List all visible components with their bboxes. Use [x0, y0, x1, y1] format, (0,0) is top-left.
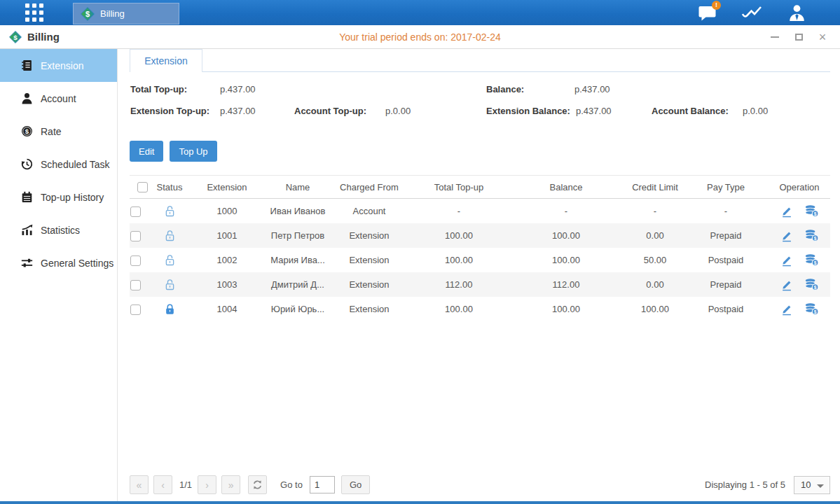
operation-cell: $ [769, 253, 830, 267]
maximize-icon[interactable] [794, 32, 804, 42]
sidebar-item-label: Rate [41, 126, 62, 137]
tab-extension[interactable]: Extension [130, 49, 202, 72]
last-page-button[interactable]: » [221, 475, 240, 494]
extension-balance-label: Extension Balance: [486, 106, 570, 116]
credit-limit-cell: - [627, 206, 683, 216]
svg-text:$: $ [813, 236, 816, 241]
credit-limit-cell: 0.00 [627, 230, 683, 241]
billing-diamond-icon: $ [81, 7, 95, 21]
summary-panel: Total Top-up: p.437.00 Balance: p.437.00… [130, 72, 830, 135]
operation-cell: $ [769, 278, 830, 291]
edit-row-icon[interactable] [780, 230, 793, 242]
sidebar-item-rate[interactable]: $ Rate [0, 115, 117, 148]
edit-row-icon[interactable] [780, 205, 793, 218]
table-row: 1001Петр ПетровExtension100.00100.000.00… [130, 223, 830, 248]
total-topup-cell: 100.00 [413, 255, 505, 265]
sidebar-item-general-settings[interactable]: General Settings [0, 246, 117, 279]
name-cell: Дмитрий Д... [270, 279, 326, 290]
minimize-icon[interactable] [770, 32, 780, 42]
col-total-topup: Total Top-up [413, 182, 505, 192]
svg-text:$: $ [85, 10, 90, 18]
account-balance-label: Account Balance: [652, 106, 729, 116]
sidebar-item-topup-history[interactable]: Top-up History [0, 181, 117, 214]
taskbar-tab-billing[interactable]: $ Billing [73, 3, 179, 24]
extension-balance-value: p.437.00 [576, 106, 612, 116]
topup-row-icon[interactable]: $ [804, 229, 819, 242]
main-content: Extension Total Top-up: p.437.00 Balance… [118, 49, 840, 501]
col-charged-from: Charged From [326, 182, 413, 192]
edit-row-icon[interactable] [780, 254, 793, 267]
charged-from-cell: Extension [326, 279, 413, 290]
sliders-icon [21, 257, 33, 269]
user-account-button[interactable] [787, 4, 806, 22]
edit-button[interactable]: Edit [130, 141, 163, 162]
name-cell: Юрий Юрь... [270, 304, 326, 314]
col-credit-limit: Credit Limit [627, 182, 683, 192]
sidebar-item-scheduled-task[interactable]: Scheduled Task [0, 148, 117, 181]
balance-cell: 112.00 [505, 279, 627, 290]
topup-row-icon[interactable]: $ [804, 253, 819, 267]
sidebar-item-label: Statistics [41, 225, 80, 236]
edit-row-icon[interactable] [780, 279, 793, 291]
tab-bar: Extension [130, 49, 830, 72]
col-pay-type: Pay Type [683, 182, 769, 192]
name-cell: Петр Петров [270, 230, 326, 241]
pay-type-cell: Prepaid [683, 279, 769, 290]
locked-padlock-icon [163, 302, 177, 316]
sidebar-item-account[interactable]: Account [0, 82, 117, 115]
refresh-button[interactable] [248, 475, 267, 494]
displaying-text: Displaying 1 - 5 of 5 [705, 479, 785, 490]
go-button[interactable]: Go [341, 475, 370, 494]
row-checkbox[interactable] [130, 280, 141, 290]
edit-row-icon[interactable] [780, 303, 793, 316]
first-page-button[interactable]: « [130, 475, 149, 494]
credit-limit-cell: 50.00 [627, 255, 683, 265]
unlocked-padlock-icon [163, 253, 177, 267]
total-topup-cell: 100.00 [413, 304, 505, 314]
extension-cell: 1001 [184, 230, 270, 241]
next-page-button[interactable]: › [198, 475, 216, 494]
window-bottom-border [0, 501, 840, 504]
window-title: Billing [27, 31, 60, 43]
sidebar-item-extension[interactable]: Extension [0, 49, 117, 82]
account-balance-value: p.0.00 [743, 106, 768, 116]
topup-row-icon[interactable]: $ [804, 204, 819, 218]
goto-page-input[interactable] [310, 476, 335, 493]
extension-cell: 1003 [184, 279, 270, 290]
table-row: 1002Мария Ива...Extension100.00100.0050.… [130, 248, 830, 272]
row-checkbox[interactable] [130, 255, 141, 266]
table-row: 1004Юрий Юрь...Extension100.00100.00100.… [130, 297, 830, 321]
svg-text:$: $ [13, 33, 18, 41]
reports-chart-button[interactable] [741, 5, 762, 20]
prev-page-button[interactable]: ‹ [153, 475, 172, 494]
messages-button[interactable]: ! [698, 5, 716, 21]
total-topup-cell: 100.00 [413, 230, 505, 241]
table-body: 1000Иван ИвановAccount----$1001Петр Петр… [130, 199, 830, 321]
history-clock-icon [21, 158, 33, 170]
app-grid-icon[interactable] [25, 4, 43, 22]
col-operation: Operation [769, 182, 830, 192]
row-checkbox[interactable] [130, 206, 141, 217]
extension-cell: 1002 [184, 255, 270, 265]
trial-notice: Your trial period ends on: 2017-02-24 [339, 31, 501, 43]
page-size-select[interactable]: 10 [794, 476, 830, 494]
person-icon [21, 92, 33, 104]
extension-table: Status Extension Name Charged From Total… [130, 175, 830, 321]
pay-type-cell: Postpaid [683, 255, 769, 265]
topup-row-icon[interactable]: $ [804, 278, 819, 291]
refresh-icon [252, 479, 263, 490]
select-all-checkbox[interactable] [137, 182, 148, 192]
close-icon[interactable]: × [818, 32, 827, 42]
top-up-button[interactable]: Top Up [170, 141, 216, 162]
topup-row-icon[interactable]: $ [804, 302, 819, 316]
operation-cell: $ [769, 204, 830, 218]
billing-diamond-icon: $ [9, 31, 22, 43]
col-balance: Balance [505, 182, 627, 192]
balance-value: p.437.00 [574, 84, 610, 94]
page-indicator: 1/1 [179, 479, 192, 490]
unlocked-padlock-icon [163, 204, 177, 218]
row-checkbox[interactable] [130, 304, 141, 315]
sidebar-item-statistics[interactable]: Statistics [0, 214, 117, 246]
row-checkbox[interactable] [130, 231, 141, 241]
calendar-icon [21, 191, 33, 203]
